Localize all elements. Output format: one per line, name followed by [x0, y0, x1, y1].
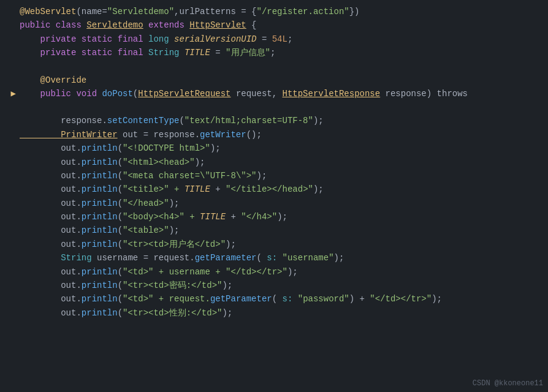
token: serialVersionUID [174, 34, 256, 44]
token: name= [82, 7, 107, 17]
token: println [82, 281, 118, 290]
token: println [82, 171, 118, 181]
token: println [82, 239, 118, 249]
token: + [210, 184, 226, 194]
token: response) [380, 89, 436, 99]
bottom-bar: CSDN @kkoneone11 [468, 375, 548, 392]
token: ); [222, 281, 232, 290]
line-content: out.println("<body><h4>" + TITLE + "</h4… [20, 210, 543, 224]
token: ); [222, 308, 232, 318]
token: out = response. [118, 130, 200, 140]
token: println [82, 143, 118, 153]
token: out. [20, 267, 82, 277]
token: println [82, 157, 118, 167]
code-line: out.println("<td>" + request.getParamete… [0, 292, 548, 306]
line-content: out.println("<!DOCTYPE html>"); [20, 141, 543, 155]
code-line: out.println("<tr><td>性别:</td>"); [0, 306, 548, 320]
token: static [82, 48, 118, 58]
code-line: out.println("<td>" + username + "</td></… [0, 265, 548, 279]
token: "<html><head>" [123, 157, 195, 167]
token: "password" [298, 294, 349, 304]
token: ( [118, 198, 123, 208]
token: = [210, 48, 226, 58]
token: ( [76, 7, 81, 17]
line-content: private static final String TITLE = "用户信… [20, 46, 543, 59]
token: static [82, 34, 118, 44]
line-content: out.println("<tr><td>用户名</td>"); [20, 238, 543, 251]
token: ); [287, 267, 298, 277]
token: "</td></tr>" [370, 294, 432, 304]
token: ( [118, 239, 123, 249]
token: println [82, 225, 118, 235]
token: out. [20, 225, 82, 235]
token: class [56, 20, 86, 30]
line-content: out.println("<title>" + TITLE + "</title… [20, 183, 543, 196]
token: println [82, 212, 118, 222]
line-content: out.println("<meta charset=\"UTF-8\">"); [20, 169, 543, 183]
code-line [0, 60, 548, 74]
token: String [148, 48, 185, 58]
token: ( [118, 225, 123, 235]
token: "<title>" + [123, 184, 185, 194]
line-content: out.println("<tr><td>密码:</td>"); [20, 279, 543, 292]
code-line: out.println("<title>" + TITLE + "</title… [0, 183, 548, 196]
token: out. [20, 281, 82, 290]
code-line [0, 100, 548, 114]
token: PrintWriter [20, 130, 118, 140]
token: String [20, 253, 97, 263]
token: println [82, 308, 118, 318]
code-editor: @WebServlet(name="Servletdemo",urlPatter… [0, 0, 548, 392]
token: ); [334, 253, 344, 263]
token: ( [118, 184, 123, 194]
token: }) [349, 7, 360, 17]
token: ( [118, 281, 123, 290]
token: ( [133, 89, 138, 99]
token: ); [195, 157, 205, 167]
code-line: @WebServlet(name="Servletdemo",urlPatter… [0, 5, 548, 18]
token: "username" [283, 253, 334, 263]
code-line: out.println("<meta charset=\"UTF-8\">"); [0, 169, 548, 183]
line-content: out.println("<table>"); [20, 224, 543, 237]
token: out. [20, 143, 82, 153]
token: doPost [102, 89, 132, 99]
token: HttpServletResponse [283, 89, 381, 99]
line-content: out.println("<td>" + request.getParamete… [20, 292, 543, 306]
token: HttpServletRequest [138, 89, 230, 99]
token: "</title></head>" [226, 184, 313, 194]
token: ,urlPatterns = { [174, 7, 256, 17]
token: println [82, 294, 118, 304]
token: ( [118, 212, 123, 222]
token: "<td>" + request. [123, 294, 210, 304]
line-content: out.println("<html><head>"); [20, 156, 543, 169]
code-line: @Override [0, 74, 548, 87]
token: ( [118, 171, 123, 181]
code-line: out.println("<tr><td>用户名</td>"); [0, 238, 548, 251]
token: ( [272, 294, 283, 304]
token: = [257, 34, 272, 44]
token: request, [231, 89, 283, 99]
arrow-icon: ▶ [11, 87, 16, 100]
line-content: @WebServlet(name="Servletdemo",urlPatter… [20, 5, 543, 18]
token: "/register.action" [256, 7, 349, 17]
token: (); [246, 130, 262, 140]
token: out. [20, 212, 82, 222]
token: ); [313, 116, 324, 126]
token: out. [20, 294, 82, 304]
code-line: private static final String TITLE = "用户信… [0, 46, 548, 59]
token: TITLE [185, 48, 210, 58]
line-content: out.println("<td>" + username + "</td></… [20, 265, 543, 279]
token: "<tr><td>性别:</td>" [123, 308, 222, 318]
token: s: [267, 253, 282, 263]
line-content: private static final long serialVersionU… [20, 32, 543, 46]
token: ; [287, 34, 292, 44]
code-line: private static final long serialVersionU… [0, 32, 548, 46]
token: ( [118, 308, 123, 318]
token: out. [20, 157, 82, 167]
token: Servletdemo [86, 20, 143, 30]
token: ); [313, 184, 324, 194]
line-content: @Override [20, 74, 543, 87]
token: ( [118, 143, 123, 153]
token: HttpServlet [189, 20, 246, 30]
token: ); [277, 212, 287, 222]
line-content: PrintWriter out = response.getWriter(); [20, 128, 543, 141]
